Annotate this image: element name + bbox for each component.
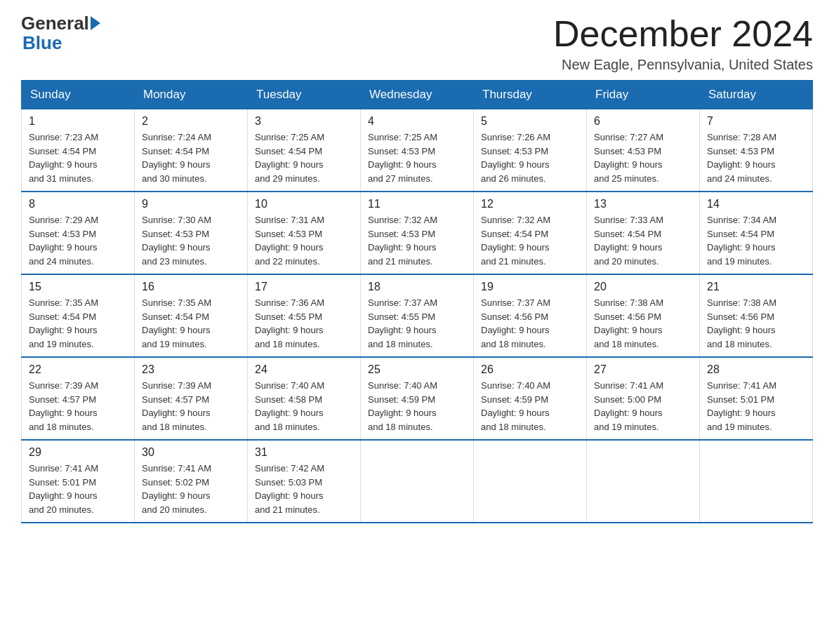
day-number: 11 xyxy=(368,198,466,210)
calendar-cell-week5-day2: 30 Sunrise: 7:41 AMSunset: 5:02 PMDaylig… xyxy=(135,440,248,523)
day-info: Sunrise: 7:38 AMSunset: 4:56 PMDaylight:… xyxy=(707,297,776,349)
day-info: Sunrise: 7:42 AMSunset: 5:03 PMDaylight:… xyxy=(255,463,324,515)
day-info: Sunrise: 7:32 AMSunset: 4:53 PMDaylight:… xyxy=(368,215,437,267)
calendar-cell-week1-day1: 1 Sunrise: 7:23 AMSunset: 4:54 PMDayligh… xyxy=(22,109,135,192)
day-number: 25 xyxy=(368,363,466,376)
day-number: 2 xyxy=(142,115,240,128)
day-number: 10 xyxy=(255,198,353,210)
day-info: Sunrise: 7:41 AMSunset: 5:00 PMDaylight:… xyxy=(594,380,663,432)
weekday-header-sunday: Sunday xyxy=(22,81,135,109)
calendar-cell-week4-day2: 23 Sunrise: 7:39 AMSunset: 4:57 PMDaylig… xyxy=(135,357,248,440)
page-header: General Blue December 2024 New Eagle, Pe… xyxy=(21,14,813,73)
calendar-cell-week3-day7: 21 Sunrise: 7:38 AMSunset: 4:56 PMDaylig… xyxy=(700,274,813,357)
day-number: 29 xyxy=(29,446,127,459)
calendar-cell-week4-day3: 24 Sunrise: 7:40 AMSunset: 4:58 PMDaylig… xyxy=(248,357,361,440)
calendar-body: 1 Sunrise: 7:23 AMSunset: 4:54 PMDayligh… xyxy=(22,109,813,523)
day-info: Sunrise: 7:37 AMSunset: 4:55 PMDaylight:… xyxy=(368,297,437,349)
day-number: 15 xyxy=(29,281,127,293)
day-number: 31 xyxy=(255,446,353,459)
day-number: 24 xyxy=(255,363,353,376)
day-number: 21 xyxy=(707,281,805,293)
calendar-cell-week2-day5: 12 Sunrise: 7:32 AMSunset: 4:54 PMDaylig… xyxy=(474,192,587,274)
weekday-header-thursday: Thursday xyxy=(474,81,587,109)
weekday-header-friday: Friday xyxy=(587,81,700,109)
day-number: 18 xyxy=(368,281,466,293)
logo-arrow-icon xyxy=(91,16,100,30)
calendar-cell-week1-day7: 7 Sunrise: 7:28 AMSunset: 4:53 PMDayligh… xyxy=(700,109,813,192)
day-info: Sunrise: 7:30 AMSunset: 4:53 PMDaylight:… xyxy=(142,215,211,267)
day-number: 8 xyxy=(29,198,127,210)
location-text: New Eagle, Pennsylvania, United States xyxy=(553,57,813,73)
day-number: 22 xyxy=(29,363,127,376)
calendar-cell-week4-day7: 28 Sunrise: 7:41 AMSunset: 5:01 PMDaylig… xyxy=(700,357,813,440)
calendar-cell-week5-day4 xyxy=(361,440,474,523)
day-info: Sunrise: 7:39 AMSunset: 4:57 PMDaylight:… xyxy=(142,380,211,432)
week-row-2: 8 Sunrise: 7:29 AMSunset: 4:53 PMDayligh… xyxy=(22,192,813,274)
day-number: 16 xyxy=(142,281,240,293)
calendar-cell-week1-day5: 5 Sunrise: 7:26 AMSunset: 4:53 PMDayligh… xyxy=(474,109,587,192)
calendar-cell-week4-day6: 27 Sunrise: 7:41 AMSunset: 5:00 PMDaylig… xyxy=(587,357,700,440)
week-row-4: 22 Sunrise: 7:39 AMSunset: 4:57 PMDaylig… xyxy=(22,357,813,440)
day-info: Sunrise: 7:29 AMSunset: 4:53 PMDaylight:… xyxy=(29,215,98,267)
day-info: Sunrise: 7:40 AMSunset: 4:59 PMDaylight:… xyxy=(368,380,437,432)
week-row-1: 1 Sunrise: 7:23 AMSunset: 4:54 PMDayligh… xyxy=(22,109,813,192)
weekday-header-saturday: Saturday xyxy=(700,81,813,109)
day-number: 7 xyxy=(707,115,805,128)
calendar-cell-week5-day5 xyxy=(474,440,587,523)
calendar-cell-week2-day1: 8 Sunrise: 7:29 AMSunset: 4:53 PMDayligh… xyxy=(22,192,135,274)
day-number: 12 xyxy=(481,198,579,210)
day-info: Sunrise: 7:40 AMSunset: 4:59 PMDaylight:… xyxy=(481,380,550,432)
day-info: Sunrise: 7:27 AMSunset: 4:53 PMDaylight:… xyxy=(594,132,663,184)
day-number: 27 xyxy=(594,363,692,376)
day-info: Sunrise: 7:25 AMSunset: 4:53 PMDaylight:… xyxy=(368,132,437,184)
day-info: Sunrise: 7:37 AMSunset: 4:56 PMDaylight:… xyxy=(481,297,550,349)
day-info: Sunrise: 7:25 AMSunset: 4:54 PMDaylight:… xyxy=(255,132,324,184)
calendar-cell-week2-day2: 9 Sunrise: 7:30 AMSunset: 4:53 PMDayligh… xyxy=(135,192,248,274)
week-row-3: 15 Sunrise: 7:35 AMSunset: 4:54 PMDaylig… xyxy=(22,274,813,357)
calendar-cell-week2-day6: 13 Sunrise: 7:33 AMSunset: 4:54 PMDaylig… xyxy=(587,192,700,274)
calendar-cell-week4-day4: 25 Sunrise: 7:40 AMSunset: 4:59 PMDaylig… xyxy=(361,357,474,440)
day-number: 28 xyxy=(707,363,805,376)
calendar-cell-week2-day4: 11 Sunrise: 7:32 AMSunset: 4:53 PMDaylig… xyxy=(361,192,474,274)
calendar-cell-week3-day3: 17 Sunrise: 7:36 AMSunset: 4:55 PMDaylig… xyxy=(248,274,361,357)
day-number: 9 xyxy=(142,198,240,210)
day-info: Sunrise: 7:23 AMSunset: 4:54 PMDaylight:… xyxy=(29,132,98,184)
day-info: Sunrise: 7:40 AMSunset: 4:58 PMDaylight:… xyxy=(255,380,324,432)
day-number: 30 xyxy=(142,446,240,459)
day-number: 20 xyxy=(594,281,692,293)
day-info: Sunrise: 7:35 AMSunset: 4:54 PMDaylight:… xyxy=(142,297,211,349)
day-number: 13 xyxy=(594,198,692,210)
day-info: Sunrise: 7:33 AMSunset: 4:54 PMDaylight:… xyxy=(594,215,663,267)
weekday-header-row: SundayMondayTuesdayWednesdayThursdayFrid… xyxy=(22,81,813,109)
calendar-table: SundayMondayTuesdayWednesdayThursdayFrid… xyxy=(21,80,813,523)
day-info: Sunrise: 7:28 AMSunset: 4:53 PMDaylight:… xyxy=(707,132,776,184)
title-section: December 2024 New Eagle, Pennsylvania, U… xyxy=(553,14,813,73)
week-row-5: 29 Sunrise: 7:41 AMSunset: 5:01 PMDaylig… xyxy=(22,440,813,523)
day-info: Sunrise: 7:41 AMSunset: 5:02 PMDaylight:… xyxy=(142,463,211,515)
day-info: Sunrise: 7:35 AMSunset: 4:54 PMDaylight:… xyxy=(29,297,98,349)
calendar-cell-week5-day1: 29 Sunrise: 7:41 AMSunset: 5:01 PMDaylig… xyxy=(22,440,135,523)
day-info: Sunrise: 7:41 AMSunset: 5:01 PMDaylight:… xyxy=(707,380,776,432)
calendar-cell-week3-day2: 16 Sunrise: 7:35 AMSunset: 4:54 PMDaylig… xyxy=(135,274,248,357)
calendar-cell-week1-day6: 6 Sunrise: 7:27 AMSunset: 4:53 PMDayligh… xyxy=(587,109,700,192)
calendar-cell-week4-day5: 26 Sunrise: 7:40 AMSunset: 4:59 PMDaylig… xyxy=(474,357,587,440)
calendar-cell-week3-day6: 20 Sunrise: 7:38 AMSunset: 4:56 PMDaylig… xyxy=(587,274,700,357)
day-number: 1 xyxy=(29,115,127,128)
weekday-header-monday: Monday xyxy=(135,81,248,109)
calendar-cell-week5-day3: 31 Sunrise: 7:42 AMSunset: 5:03 PMDaylig… xyxy=(248,440,361,523)
day-info: Sunrise: 7:31 AMSunset: 4:53 PMDaylight:… xyxy=(255,215,324,267)
day-number: 4 xyxy=(368,115,466,128)
calendar-cell-week1-day4: 4 Sunrise: 7:25 AMSunset: 4:53 PMDayligh… xyxy=(361,109,474,192)
calendar-cell-week1-day3: 3 Sunrise: 7:25 AMSunset: 4:54 PMDayligh… xyxy=(248,109,361,192)
weekday-header-wednesday: Wednesday xyxy=(361,81,474,109)
calendar-cell-week3-day4: 18 Sunrise: 7:37 AMSunset: 4:55 PMDaylig… xyxy=(361,274,474,357)
day-info: Sunrise: 7:34 AMSunset: 4:54 PMDaylight:… xyxy=(707,215,776,267)
calendar-cell-week5-day6 xyxy=(587,440,700,523)
calendar-cell-week1-day2: 2 Sunrise: 7:24 AMSunset: 4:54 PMDayligh… xyxy=(135,109,248,192)
calendar-cell-week2-day7: 14 Sunrise: 7:34 AMSunset: 4:54 PMDaylig… xyxy=(700,192,813,274)
calendar-cell-week3-day1: 15 Sunrise: 7:35 AMSunset: 4:54 PMDaylig… xyxy=(22,274,135,357)
calendar-cell-week2-day3: 10 Sunrise: 7:31 AMSunset: 4:53 PMDaylig… xyxy=(248,192,361,274)
day-number: 5 xyxy=(481,115,579,128)
day-number: 6 xyxy=(594,115,692,128)
day-info: Sunrise: 7:36 AMSunset: 4:55 PMDaylight:… xyxy=(255,297,324,349)
